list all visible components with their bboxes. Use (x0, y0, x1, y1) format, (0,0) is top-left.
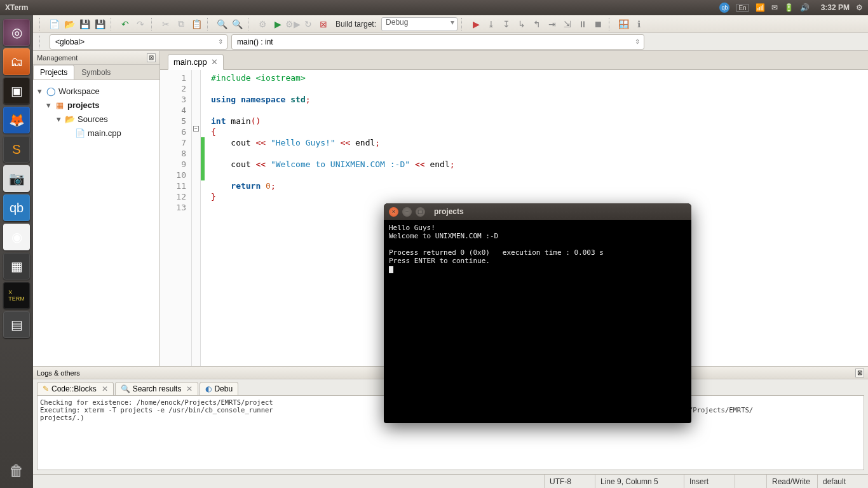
replace-icon[interactable]: 🔍 (230, 17, 244, 31)
tree-file-main[interactable]: 📄main.cpp (36, 126, 157, 140)
files-icon[interactable]: 🗂 (3, 48, 30, 75)
fold-icon[interactable]: − (193, 126, 199, 132)
tree-sources-folder[interactable]: ▾📂Sources (36, 112, 157, 126)
ubuntu-top-panel: XTerm qb En 📶 ✉ 🔋 🔊 3:32 PM (0, 0, 868, 15)
app-icon[interactable]: ▤ (3, 311, 30, 338)
close-tab-icon[interactable]: ✕ (211, 57, 218, 67)
step-out-icon[interactable]: ↰ (530, 17, 544, 31)
build-run-icon[interactable]: ⚙▶ (286, 17, 300, 31)
logs-title: Logs & others (37, 369, 80, 377)
unity-launcher: ◎ 🗂 ▣ 🦊 S 📷 qb ◉ ▦ XTERM ▤ 🗑 (0, 15, 33, 488)
scope-global-select[interactable]: <global> (50, 34, 227, 50)
cut-icon[interactable]: ✂ (159, 17, 173, 31)
status-encoding[interactable]: UTF-8 (544, 475, 595, 488)
abort-icon[interactable]: ⊠ (316, 17, 330, 31)
scope-toolbar: <global> main() : int (33, 33, 868, 51)
terminal-cursor (389, 266, 393, 273)
line-gutter: 12345678910111213 (160, 70, 192, 366)
qb-indicator-icon[interactable]: qb (719, 3, 729, 13)
next-line-icon[interactable]: ↧ (499, 17, 513, 31)
copy-icon[interactable]: ⧉ (174, 17, 188, 31)
run-to-cursor-icon[interactable]: ⤓ (484, 17, 498, 31)
wifi-icon[interactable]: 📶 (756, 3, 765, 12)
run-icon[interactable]: ▶ (271, 17, 285, 31)
clock[interactable]: 3:32 PM (821, 3, 850, 12)
terminal-output[interactable]: Hello Guys! Welcome to UNIXMEN.COM :-D P… (384, 220, 691, 277)
window-title: XTerm (5, 3, 28, 12)
xterm-window[interactable]: × − ▢ projects Hello Guys! Welcome to UN… (384, 203, 691, 423)
gear-icon[interactable] (856, 3, 863, 12)
debug-start-icon[interactable]: ▶ (469, 17, 483, 31)
project-tree: ▾◯Workspace ▾▦projects ▾📂Sources 📄main.c… (33, 80, 159, 366)
battery-icon[interactable]: 🔋 (784, 3, 794, 12)
save-icon[interactable]: 💾 (78, 17, 92, 31)
management-panel: Management ⊠ Projects Symbols ▾◯Workspac… (33, 51, 160, 366)
undo-icon[interactable]: ↶ (118, 17, 132, 31)
open-icon[interactable]: 📂 (62, 17, 76, 31)
rebuild-icon[interactable]: ↻ (301, 17, 315, 31)
sublime-icon[interactable]: S (3, 136, 30, 163)
management-header: Management ⊠ (33, 51, 159, 65)
logs-close-icon[interactable]: ⊠ (855, 369, 864, 377)
status-position: Line 9, Column 5 (595, 475, 684, 488)
terminal-titlebar[interactable]: × − ▢ projects (384, 203, 691, 220)
main-toolbar: 📄 📂 💾 💾 ↶ ↷ ✂ ⧉ 📋 🔍 🔍 ⚙ ▶ ⚙▶ ↻ ⊠ Build t… (33, 15, 868, 33)
statusbar: UTF-8 Line 9, Column 5 Insert Read/Write… (33, 474, 868, 488)
find-icon[interactable]: 🔍 (215, 17, 229, 31)
terminal-icon[interactable]: ▣ (3, 78, 30, 104)
keyboard-layout-indicator[interactable]: En (736, 4, 749, 12)
tree-workspace[interactable]: ▾◯Workspace (36, 84, 157, 98)
ubuntu-dash-icon[interactable]: ◎ (3, 19, 30, 46)
build-target-select[interactable]: Debug (381, 17, 458, 31)
paste-icon[interactable]: 📋 (189, 17, 203, 31)
chrome-icon[interactable]: ◉ (3, 224, 30, 250)
new-file-icon[interactable]: 📄 (47, 17, 61, 31)
status-insert[interactable]: Insert (684, 475, 735, 488)
scope-function-select[interactable]: main() : int (231, 34, 644, 50)
window-minimize-icon[interactable]: − (402, 207, 412, 217)
screenshot-icon[interactable]: 📷 (3, 165, 30, 192)
log-tab-search[interactable]: 🔍Search results✕ (115, 382, 199, 395)
fold-column: − (192, 70, 201, 366)
tab-projects[interactable]: Projects (33, 65, 74, 79)
volume-icon[interactable]: 🔊 (800, 3, 810, 12)
log-tab-codeblocks[interactable]: ✎Code::Blocks✕ (37, 382, 114, 395)
step-into-icon[interactable]: ↳ (515, 17, 529, 31)
break-icon[interactable]: ⏸ (576, 17, 590, 31)
editor-tab-main[interactable]: main.cpp ✕ (168, 54, 224, 70)
info-windows-icon[interactable]: ℹ (632, 17, 646, 31)
mail-icon[interactable]: ✉ (771, 3, 778, 12)
firefox-icon[interactable]: 🦊 (3, 107, 30, 133)
xterm-icon[interactable]: XTERM (3, 282, 30, 309)
tab-symbols[interactable]: Symbols (74, 65, 118, 79)
build-icon[interactable]: ⚙ (255, 17, 269, 31)
window-close-icon[interactable]: × (389, 207, 398, 217)
status-eol[interactable]: default (817, 475, 868, 488)
redo-icon[interactable]: ↷ (133, 17, 147, 31)
management-close-icon[interactable]: ⊠ (147, 53, 156, 62)
close-icon[interactable]: ✕ (102, 384, 108, 393)
trash-icon[interactable]: 🗑 (3, 458, 30, 484)
stop-icon[interactable]: ⏹ (591, 17, 605, 31)
window-maximize-icon[interactable]: ▢ (416, 207, 425, 217)
status-readwrite: Read/Write (766, 475, 817, 488)
build-target-label: Build target: (336, 20, 376, 29)
next-instr-icon[interactable]: ⇥ (545, 17, 559, 31)
close-icon[interactable]: ✕ (186, 384, 193, 393)
codeblocks-icon[interactable]: ▦ (3, 253, 30, 280)
tree-project[interactable]: ▾▦projects (36, 98, 157, 112)
change-column (201, 70, 205, 366)
debug-windows-icon[interactable]: 🪟 (616, 17, 630, 31)
step-into-instr-icon[interactable]: ⇲ (560, 17, 574, 31)
save-all-icon[interactable]: 💾 (93, 17, 107, 31)
log-tab-debugger[interactable]: ◐Debu (200, 382, 238, 395)
terminal-title: projects (434, 207, 464, 216)
qbittorrent-icon[interactable]: qb (3, 194, 30, 221)
